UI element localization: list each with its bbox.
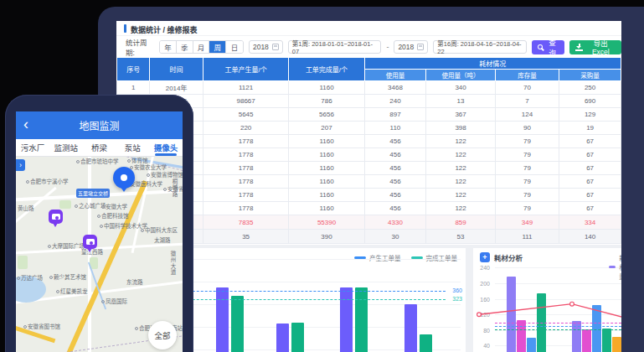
back-chevron-icon[interactable]: ‹	[23, 115, 28, 133]
average-cell: 111	[495, 230, 559, 244]
poi-label: 合肥市琥珀中学	[76, 158, 119, 164]
camera-marker[interactable]	[83, 235, 97, 249]
year-end-value: 2018	[398, 43, 414, 51]
poi-label: 大摩国际广场	[48, 243, 85, 249]
range-separator: -	[386, 43, 389, 51]
table-cell: 67	[559, 135, 621, 148]
table-cell: 5645	[203, 108, 289, 122]
table-cell: 1778	[203, 162, 289, 175]
legend-item[interactable]: 完成工单量	[411, 253, 458, 262]
filter-bar: 统计周期: 年季月周日 2018 第1周: 2018-01-01~2018-01…	[116, 37, 621, 57]
table-cell: 1778	[203, 189, 289, 202]
poi-icon	[101, 300, 105, 303]
table-cell: 5656	[289, 108, 364, 122]
road-label: 望江西路	[81, 249, 103, 255]
table-cell: 456	[364, 175, 426, 189]
table-cell: 2014年	[150, 81, 203, 95]
table-cell: 1121	[203, 81, 289, 95]
phone-title: 地图监测	[79, 118, 119, 132]
poi-label: 红星美凯龙	[56, 288, 88, 294]
table-row: 12014年11211160346834070250	[117, 81, 621, 95]
year-start-picker[interactable]: 2018	[249, 40, 283, 54]
stage: 数据统计 / 维修报表 统计周期: 年季月周日 2018 第1周: 2018-0…	[0, 0, 644, 352]
query-button[interactable]: 查询	[532, 40, 564, 54]
table-cell: 124	[495, 108, 559, 122]
chart-legend: 产生工单量完成工单量	[354, 253, 457, 262]
phone-tab-监测站[interactable]: 监测站	[49, 139, 83, 156]
poi-label: 安徽省图书馆	[23, 324, 60, 329]
poi-label: 中国科大东区	[141, 227, 178, 233]
poi-icon	[141, 229, 144, 232]
breadcrumb-bar: 数据统计 / 维修报表	[116, 21, 621, 36]
poi-label: 赖少其艺术馆	[49, 274, 86, 280]
bar-产生工单量	[404, 304, 417, 352]
phone-tab-污水厂[interactable]: 污水厂	[16, 139, 49, 156]
period-option-月[interactable]: 月	[193, 41, 210, 53]
poi-icon	[17, 277, 20, 280]
table-cell: 398	[426, 122, 496, 135]
park	[59, 200, 71, 209]
period-option-周[interactable]: 周	[209, 41, 226, 53]
poi-icon	[56, 290, 59, 293]
sub-column-header: 采购量	[559, 70, 621, 81]
legend-item[interactable]: 耗材量	[609, 253, 621, 281]
sub-column-header: 使用量	[364, 70, 426, 81]
table-cell: 122	[426, 148, 496, 162]
poi-icon	[97, 215, 100, 218]
bar-产生工单量	[216, 287, 229, 352]
period-option-年[interactable]: 年	[160, 41, 177, 53]
period-option-日[interactable]: 日	[226, 41, 243, 53]
camera-marker[interactable]	[49, 210, 63, 224]
table-cell: 1160	[289, 202, 364, 215]
export-excel-button[interactable]: 导出Excel	[569, 40, 621, 54]
table-cell: 90	[495, 122, 559, 135]
table-cell: 129	[559, 108, 621, 122]
poi-label: 万达广场	[17, 275, 43, 281]
header-row: 序号时间工单产生量/个工单完成量/个耗材情况	[117, 58, 621, 70]
phone-tab-摄像头[interactable]: 摄像头	[149, 139, 183, 156]
legend-item[interactable]: 产生工单量	[354, 253, 401, 262]
legend-mark	[609, 266, 616, 268]
poi-icon	[101, 205, 105, 209]
phone-tab-泵站[interactable]: 泵站	[116, 139, 149, 156]
table-cell: 1778	[203, 175, 289, 189]
week-start-input[interactable]: 第1周: 2018-01-01~2018-01-07	[288, 40, 382, 54]
poi-icon	[23, 325, 27, 329]
breadcrumb-accent	[124, 24, 126, 33]
year-end-picker[interactable]: 2018	[394, 40, 428, 54]
expand-arrow-button[interactable]: ›	[16, 159, 25, 171]
average-cell: 140	[559, 230, 621, 244]
table-cell: 1778	[203, 135, 289, 148]
table-cell: 1160	[289, 135, 364, 148]
table-cell: 79	[495, 135, 559, 148]
table-cell: 70	[495, 81, 559, 95]
phone-tab-桥梁[interactable]: 桥梁	[83, 139, 116, 156]
poi-label: 安徽农业大学	[130, 164, 167, 170]
road-label: 徽州大道	[170, 251, 176, 276]
bar-完成工单量	[420, 334, 432, 352]
poi-icon	[127, 159, 131, 163]
table-cell: 1160	[289, 189, 364, 202]
table-row: 22015年98667786240137690	[117, 95, 621, 108]
average-cell: 390	[289, 230, 364, 244]
table-cell: 110	[364, 122, 426, 135]
table-cell: 690	[559, 95, 621, 108]
total-cell: 55390	[289, 215, 364, 230]
map-view[interactable]: 合肥市琥珀中学体育馆安徽农业大学安徽省博物馆桐城路合肥市宁溪小学五里墩立交桥安徽…	[16, 157, 183, 352]
poi-label: 安徽省博物馆	[147, 172, 183, 178]
table-cell: 456	[364, 135, 426, 148]
all-filter-button[interactable]: 全部	[148, 321, 177, 349]
bar-完成工单量	[291, 323, 304, 352]
table-cell: 79	[495, 162, 559, 175]
table-cell: 19	[559, 122, 621, 135]
phone-frame: ‹ 地图监测 污水厂监测站桥梁泵站摄像头	[5, 95, 193, 352]
period-option-季[interactable]: 季	[177, 41, 193, 53]
poi-icon	[147, 173, 150, 177]
week-end-input[interactable]: 第16周: 2018-04-16~2018-04-22	[433, 40, 527, 54]
table-cell: 79	[495, 189, 559, 202]
table-cell: 122	[426, 202, 496, 215]
table-cell: 98667	[203, 95, 289, 108]
selected-camera-marker[interactable]	[113, 167, 135, 189]
table-cell: 79	[495, 148, 559, 162]
poi-icon	[135, 327, 138, 330]
